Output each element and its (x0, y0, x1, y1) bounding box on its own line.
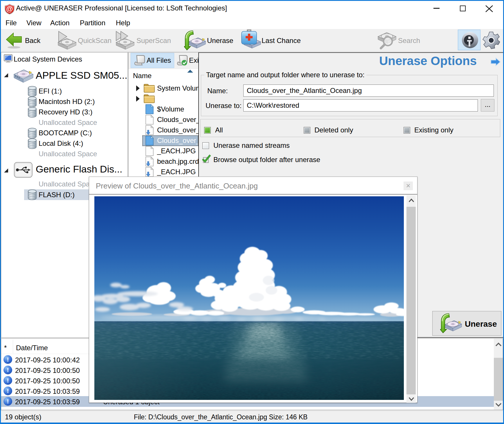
svg-text:@: @ (6, 5, 13, 13)
